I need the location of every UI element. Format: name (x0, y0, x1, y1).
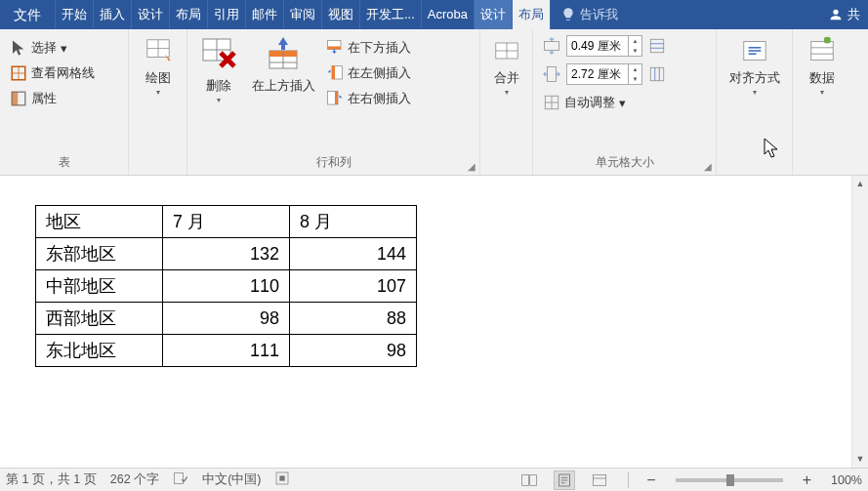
merge-label: 合并 (494, 70, 519, 87)
spin-up-icon[interactable]: ▲ (629, 36, 641, 46)
properties-button[interactable]: 属性 (6, 86, 99, 111)
row-height-icon (543, 37, 560, 55)
zoom-slider[interactable] (676, 478, 783, 482)
page-indicator[interactable]: 第 1 页，共 1 页 (6, 471, 97, 488)
tell-me[interactable]: 告诉我 (551, 6, 628, 23)
tab-mailings[interactable]: 邮件 (246, 0, 284, 29)
vertical-scrollbar[interactable]: ▲ ▼ (851, 176, 868, 468)
autofit-icon (543, 94, 560, 111)
svg-rect-25 (650, 39, 664, 53)
tab-table-layout[interactable]: 布局 (513, 0, 551, 29)
svg-rect-39 (811, 41, 833, 60)
table-header[interactable]: 7 月 (163, 206, 290, 238)
draw-button[interactable]: 绘图 ▾ (134, 33, 183, 155)
print-layout-icon[interactable] (554, 471, 575, 490)
tab-table-design[interactable]: 设计 (475, 0, 513, 29)
view-gridlines-button[interactable]: 查看网格线 (6, 61, 99, 86)
tab-insert[interactable]: 插入 (94, 0, 132, 29)
spin-up-icon[interactable]: ▲ (629, 64, 641, 74)
insert-above-button[interactable]: 在上方插入 (244, 33, 322, 152)
table-row: 东北地区11198 (36, 335, 417, 367)
zoom-level[interactable]: 100% (831, 473, 862, 487)
word-count[interactable]: 262 个字 (110, 471, 159, 488)
autofit-button[interactable]: 自动调整 ▾ (539, 90, 710, 115)
tab-layout[interactable]: 布局 (170, 0, 208, 29)
zoom-in-button[interactable]: + (803, 471, 811, 489)
insert-left-icon (326, 64, 344, 82)
select-button[interactable]: 选择 ▾ (6, 35, 99, 61)
tab-developer[interactable]: 开发工... (360, 0, 422, 29)
scroll-up-icon[interactable]: ▲ (852, 176, 868, 192)
table-header[interactable]: 地区 (36, 206, 163, 238)
data-button[interactable]: 数据 ▾ (798, 33, 847, 155)
row-height-input[interactable]: ▲▼ (566, 35, 642, 57)
delete-label: 删除 (206, 78, 231, 95)
person-icon (828, 7, 844, 22)
document-area[interactable]: 地区 7 月 8 月 东部地区132144 中部地区110107 西部地区988… (0, 176, 868, 468)
distribute-rows-icon[interactable] (648, 37, 666, 55)
col-width-icon (543, 65, 560, 83)
spin-down-icon[interactable]: ▼ (629, 46, 641, 56)
tab-review[interactable]: 审阅 (284, 0, 322, 29)
zoom-out-button[interactable]: − (646, 471, 655, 489)
dropdown-caret-icon: ▾ (156, 89, 160, 97)
data-table[interactable]: 地区 7 月 8 月 东部地区132144 中部地区110107 西部地区988… (35, 205, 417, 367)
alignment-button[interactable]: 对齐方式 ▾ (723, 33, 786, 155)
svg-rect-4 (12, 92, 18, 105)
dropdown-caret-icon: ▾ (505, 89, 509, 97)
insert-right-label: 在右侧插入 (348, 90, 411, 107)
ribbon: 选择 ▾ 查看网格线 属性 表 绘图 ▾ (0, 29, 868, 176)
dropdown-caret-icon: ▾ (753, 89, 757, 97)
merge-button[interactable]: 合并 ▾ (482, 33, 531, 155)
read-mode-icon[interactable] (518, 471, 540, 490)
dialog-launcher-icon[interactable]: ◢ (468, 161, 475, 172)
tab-view[interactable]: 视图 (322, 0, 360, 29)
group-label-table: 表 (0, 152, 128, 175)
draw-label: 绘图 (145, 70, 171, 87)
tab-design[interactable]: 设计 (132, 0, 170, 29)
insert-left-label: 在左侧插入 (348, 64, 411, 82)
macro-icon[interactable] (274, 471, 290, 489)
col-width-value[interactable] (567, 67, 628, 81)
dialog-launcher-icon[interactable]: ◢ (704, 161, 712, 172)
arrow-cursor-icon (10, 39, 27, 57)
tab-acrobat[interactable]: Acroba (422, 0, 475, 29)
table-row: 中部地区110107 (36, 270, 417, 303)
menu-tabs: 文件 开始 插入 设计 布局 引用 邮件 审阅 视图 开发工... Acroba… (0, 0, 868, 29)
data-icon (806, 35, 838, 66)
insert-below-icon (326, 39, 344, 57)
row-height-value[interactable] (567, 39, 628, 53)
gridlines-icon (10, 64, 27, 82)
tell-me-label: 告诉我 (580, 6, 618, 23)
insert-below-label: 在下方插入 (348, 39, 411, 57)
svg-rect-18 (332, 66, 335, 80)
distribute-cols-icon[interactable] (648, 65, 666, 83)
share-button[interactable]: 共 (820, 6, 868, 23)
svg-rect-20 (335, 92, 338, 105)
svg-rect-42 (174, 473, 183, 484)
dropdown-caret-icon: ▾ (61, 41, 67, 56)
col-width-input[interactable]: ▲▼ (566, 63, 642, 85)
delete-button[interactable]: 删除 ▾ (193, 33, 244, 152)
spellcheck-icon[interactable] (173, 471, 188, 489)
web-layout-icon[interactable] (589, 471, 610, 490)
spin-down-icon[interactable]: ▼ (629, 74, 641, 84)
insert-right-icon (326, 90, 344, 107)
table-header[interactable]: 8 月 (290, 206, 417, 238)
svg-rect-46 (530, 474, 537, 485)
tab-home[interactable]: 开始 (56, 0, 94, 29)
tab-references[interactable]: 引用 (208, 0, 246, 29)
dropdown-caret-icon: ▾ (820, 89, 824, 97)
select-label: 选择 (31, 39, 57, 57)
draw-table-icon (143, 35, 174, 66)
svg-rect-16 (328, 47, 342, 50)
insert-left-button[interactable]: 在左侧插入 (322, 61, 415, 86)
lightbulb-icon (560, 7, 576, 22)
properties-icon (10, 90, 27, 107)
insert-below-button[interactable]: 在下方插入 (322, 35, 415, 61)
scroll-down-icon[interactable]: ▼ (852, 451, 868, 468)
insert-above-icon (264, 35, 303, 74)
language-indicator[interactable]: 中文(中国) (202, 471, 261, 488)
tab-file[interactable]: 文件 (0, 0, 56, 29)
insert-right-button[interactable]: 在右侧插入 (322, 86, 415, 111)
